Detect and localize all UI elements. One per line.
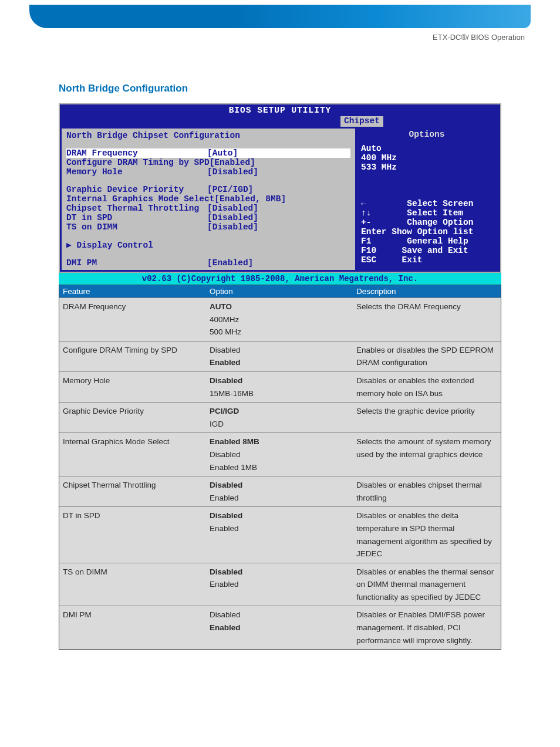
setting-value: [Disabled] <box>207 204 258 213</box>
breadcrumb: ETX-DC®/ BIOS Operation <box>0 33 525 42</box>
cell-description: Disables or enables the thermal sensor o… <box>356 566 497 604</box>
bios-setting-row: DT in SPD[Disabled] <box>66 213 350 222</box>
setting-value: [Enabled] <box>210 158 255 167</box>
setting-value: [PCI/IGD] <box>207 185 253 194</box>
cell-option: DisabledEnabled <box>210 566 356 604</box>
cell-description: Disables or enables the delta temperatur… <box>356 509 497 560</box>
bios-screenshot: BIOS SETUP UTILITY Chipset North Bridge … <box>59 103 501 273</box>
section-title: North Bridge Configuration <box>59 83 560 94</box>
option-value: Enabled <box>210 356 356 369</box>
setting-value: [Auto] <box>207 148 238 158</box>
cell-feature: DMI PM <box>63 609 210 647</box>
option-value: IGD <box>210 418 356 431</box>
cell-description: Disables or enables chipset thermal thro… <box>356 479 497 504</box>
setting-label: DT in SPD <box>66 213 207 222</box>
bios-right-panel: Options Auto 400 MHz 533 MHz ← Select Sc… <box>355 129 498 270</box>
cell-option: AUTO400MHz500 MHz <box>210 300 356 339</box>
option-value: PCI/IGD <box>210 405 356 418</box>
bios-setting-row: Internal Graphics Mode Select[Enabled, 8… <box>66 194 350 204</box>
table-row: DMI PMDisabledEnabledDisables or Enables… <box>59 606 501 649</box>
col-header-description: Description <box>356 287 497 296</box>
setting-label: DRAM Frequency <box>66 148 207 158</box>
table-row: DT in SPDDisabledEnabledDisables or enab… <box>59 506 501 562</box>
cell-feature: TS on DIMM <box>63 566 210 604</box>
cell-option: PCI/IGDIGD <box>210 405 356 430</box>
option-value: Disabled <box>210 566 356 579</box>
table-header-row: Feature Option Description <box>59 285 501 298</box>
setting-label: Internal Graphics Mode Select <box>66 194 214 204</box>
submenu-display-control: ▶ Display Control <box>66 240 153 250</box>
nav-help: ← Select Screen ↑↓ Select Item +- Change… <box>355 197 498 270</box>
options-title: Options <box>355 129 498 140</box>
cell-description: Selects the DRAM Frequency <box>356 300 497 339</box>
bios-setting-row: TS on DIMM[Disabled] <box>66 222 350 232</box>
col-header-option: Option <box>210 287 356 296</box>
bios-setting-row: Chipset Thermal Throttling[Disabled] <box>66 204 350 213</box>
bios-setting-row: DMI PM[Enabled] <box>66 258 350 268</box>
setting-label: Memory Hole <box>66 167 207 177</box>
tab-chipset: Chipset <box>340 116 383 127</box>
option-value: AUTO <box>210 300 356 313</box>
option-value: Enabled <box>210 522 356 535</box>
option-value: Disabled <box>210 374 356 387</box>
bios-left-panel: North Bridge Chipset Configuration DRAM … <box>62 129 355 270</box>
setting-label: TS on DIMM <box>66 222 207 232</box>
table-row: Memory HoleDisabled15MB-16MBDisables or … <box>59 371 501 402</box>
option-value: 500 MHz <box>210 326 356 339</box>
cell-option: Enabled 8MBDisabledEnabled 1MB <box>210 435 356 474</box>
option-value: Enabled <box>210 578 356 591</box>
option-value: Disabled <box>210 479 356 492</box>
top-banner <box>29 5 531 28</box>
setting-value: [Disabled] <box>207 167 258 177</box>
bios-tab-bar: Chipset <box>60 116 500 127</box>
setting-value: [Disabled] <box>207 222 258 232</box>
bios-setting-row: DRAM Frequency[Auto] <box>66 148 350 158</box>
option-value: Enabled <box>210 492 356 505</box>
cell-description: Disables or Enables DMI/FSB power manage… <box>356 609 497 647</box>
cell-description: Enables or disables the SPD EEPROM DRAM … <box>356 344 497 369</box>
cell-description: Selects the amount of system memory used… <box>356 435 497 474</box>
bios-footer: v02.63 (C)Copyright 1985-2008, American … <box>59 273 501 285</box>
cell-feature: Graphic Device Priority <box>63 405 210 430</box>
option-value: Disabled <box>210 448 356 461</box>
cell-feature: DRAM Frequency <box>63 300 210 339</box>
bios-setting-row: Memory Hole[Disabled] <box>66 167 350 177</box>
option-value: Disabled <box>210 344 356 357</box>
table-row: Internal Graphics Mode SelectEnabled 8MB… <box>59 432 501 476</box>
cell-feature: Internal Graphics Mode Select <box>63 435 210 474</box>
table-row: Graphic Device PriorityPCI/IGDIGDSelects… <box>59 402 501 432</box>
option-value: Enabled 8MB <box>210 435 356 448</box>
cell-feature: DT in SPD <box>63 509 210 560</box>
cell-description: Selects the graphic device priority <box>356 405 497 430</box>
cell-option: Disabled15MB-16MB <box>210 374 356 400</box>
cell-feature: Configure DRAM Timing by SPD <box>63 344 210 369</box>
col-header-feature: Feature <box>63 287 210 296</box>
option-value: Enabled <box>210 621 356 634</box>
setting-label: Graphic Device Priority <box>66 185 207 194</box>
cell-option: DisabledEnabled <box>210 479 356 504</box>
option-value: Enabled 1MB <box>210 461 356 474</box>
option-value: Disabled <box>210 509 356 522</box>
option-value: 400MHz <box>210 313 356 326</box>
description-table: Feature Option Description DRAM Frequenc… <box>59 285 501 650</box>
setting-label: DMI PM <box>66 258 207 268</box>
table-row: TS on DIMMDisabledEnabledDisables or ena… <box>59 563 501 606</box>
bios-title: BIOS SETUP UTILITY <box>60 104 500 116</box>
setting-value: [Disabled] <box>207 213 258 222</box>
cell-option: DisabledEnabled <box>210 509 356 560</box>
setting-label: Configure DRAM Timing by SPD <box>66 158 210 167</box>
table-row: DRAM FrequencyAUTO400MHz500 MHzSelects t… <box>59 298 501 341</box>
table-row: Chipset Thermal ThrottlingDisabledEnable… <box>59 476 501 506</box>
cell-feature: Chipset Thermal Throttling <box>63 479 210 504</box>
cell-option: DisabledEnabled <box>210 344 356 369</box>
setting-value: [Enabled, 8MB] <box>214 194 286 204</box>
setting-value: [Enabled] <box>207 258 253 268</box>
cell-feature: Memory Hole <box>63 374 210 400</box>
cell-option: DisabledEnabled <box>210 609 356 647</box>
option-value: Disabled <box>210 609 356 621</box>
cell-description: Disables or enables the extended memory … <box>356 374 497 400</box>
option-value: 15MB-16MB <box>210 387 356 400</box>
setting-label: Chipset Thermal Throttling <box>66 204 207 213</box>
table-row: Configure DRAM Timing by SPDDisabledEnab… <box>59 341 501 371</box>
bios-setting-row: Configure DRAM Timing by SPD[Enabled] <box>66 158 350 167</box>
